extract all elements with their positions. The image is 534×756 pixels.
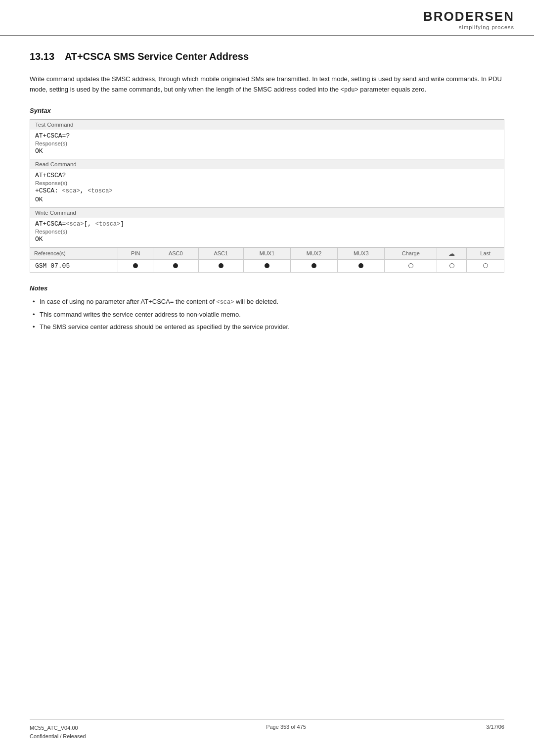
dot-filled-mux1 [265,263,269,268]
ref-value: GSM 07.05 [30,259,118,272]
col-header-ref: Reference(s) [30,247,118,259]
dot-empty-last [483,263,488,268]
write-command-responses-label: Response(s) [35,229,499,235]
dot-filled-asc0 [173,263,178,268]
col-header-charge: Charge [385,247,437,259]
cell-mux3 [338,259,385,272]
footer-doc-id: MC55_ATC_V04.00 [30,724,86,733]
footer-left: MC55_ATC_V04.00 Confidential / Released [30,724,86,741]
syntax-block: Test Command AT+CSCA=? Response(s) OK Re… [30,119,504,247]
dot-empty-antenna [449,263,454,268]
col-header-pin: PIN [118,247,153,259]
logo-brand: BRODERSEN [423,9,514,24]
test-command-section: Test Command AT+CSCA=? Response(s) OK [30,120,504,159]
col-header-mux2: MUX2 [291,247,338,259]
syntax-label: Syntax [30,107,504,114]
section-title: AT+CSCA SMS Service Center Address [65,51,249,62]
read-command-response1: +CSCA: <sca>, <tosca> [35,187,499,194]
footer-date: 3/17/06 [486,724,504,741]
write-command-section: Write Command AT+CSCA=<sca>[, <tosca>] R… [30,208,504,247]
test-command-label: Test Command [30,120,504,130]
main-content: 13.13 AT+CSCA SMS Service Center Address… [0,36,534,365]
cell-last [467,259,504,272]
page-wrapper: BRODERSEN simplifying process 13.13 AT+C… [0,0,534,756]
read-command-section: Read Command AT+CSCA? Response(s) +CSCA:… [30,159,504,208]
col-header-asc1: ASC1 [198,247,243,259]
description-suffix: parameter equals zero. [358,86,426,93]
read-command-cmd: AT+CSCA? [35,172,499,179]
write-command-label: Write Command [30,208,504,218]
description-text: Write command updates the SMSC address, … [30,75,502,93]
list-item: This command writes the service center a… [30,310,504,320]
read-command-responses-label: Response(s) [35,180,499,186]
cell-mux1 [243,259,290,272]
page-header: BRODERSEN simplifying process [0,0,534,36]
section-heading: 13.13 AT+CSCA SMS Service Center Address [30,51,504,62]
section-number: 13.13 [30,51,54,62]
test-command-content: AT+CSCA=? Response(s) OK [30,130,504,159]
footer-confidential: Confidential / Released [30,732,86,741]
cell-asc0 [153,259,198,272]
section-description: Write command updates the SMSC address, … [30,74,504,95]
read-command-label: Read Command [30,159,504,169]
test-command-responses-label: Response(s) [35,141,499,146]
col-header-mux1: MUX1 [243,247,290,259]
dot-empty-charge [408,263,413,268]
dot-filled-asc1 [219,263,223,268]
reference-table: Reference(s) PIN ASC0 ASC1 MUX1 MUX2 MUX… [30,247,504,273]
col-header-last: Last [467,247,504,259]
col-header-mux3: MUX3 [338,247,385,259]
cell-pin [118,259,153,272]
logo-tagline: simplifying process [423,24,514,30]
description-code: <pdu> [341,87,358,94]
col-header-asc0: ASC0 [153,247,198,259]
read-command-content: AT+CSCA? Response(s) +CSCA: <sca>, <tosc… [30,169,504,207]
logo-area: BRODERSEN simplifying process [423,9,514,30]
notes-list: In case of using no parameter after AT+C… [30,297,504,332]
cell-antenna [437,259,467,272]
read-command-response2: OK [35,196,499,203]
cell-mux2 [291,259,338,272]
list-item: In case of using no parameter after AT+C… [30,297,504,307]
write-command-cmd: AT+CSCA=<sca>[, <tosca>] [35,220,499,228]
list-item: The SMS service center address should be… [30,322,504,332]
cell-asc1 [198,259,243,272]
write-command-response: OK [35,236,499,243]
col-header-antenna: ☁ [437,247,467,259]
page-footer: MC55_ATC_V04.00 Confidential / Released … [30,719,504,741]
dot-filled-pin [133,263,138,268]
cell-charge [385,259,437,272]
test-command-response: OK [35,147,499,155]
write-command-content: AT+CSCA=<sca>[, <tosca>] Response(s) OK [30,218,504,247]
footer-page: Page 353 of 475 [266,724,306,741]
table-row: GSM 07.05 [30,259,504,272]
test-command-cmd: AT+CSCA=? [35,132,499,140]
notes-label: Notes [30,284,504,292]
dot-filled-mux2 [312,263,316,268]
dot-filled-mux3 [358,263,363,268]
notes-section: Notes In case of using no parameter afte… [30,284,504,332]
